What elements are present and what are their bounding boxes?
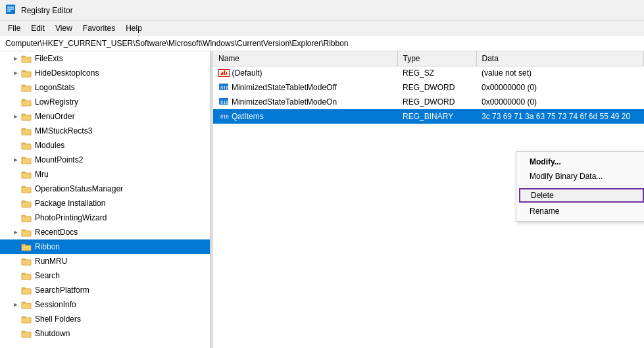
menu-favorites[interactable]: Favorites [78,22,120,34]
values-panel: Name Type Data ab (Default) REG_SZ (valu… [213,51,644,348]
context-menu-rename[interactable]: Rename [516,204,644,218]
tree-item-ribbon[interactable]: ► Ribbon [0,239,210,254]
context-menu-modify-binary[interactable]: Modify Binary Data... [516,169,644,184]
tree-label-mru: Mru [35,170,49,179]
tree-item-logonstats[interactable]: ► LogonStats [0,80,210,95]
tree-item-photoprintingwizard[interactable]: ► PhotoPrintingWizard [0,211,210,225]
tree-arrow-sessioninfo: ► [11,301,21,308]
tree-item-modules[interactable]: ► Modules [0,138,210,153]
tree-item-searchplatform[interactable]: ► SearchPlatform [0,283,210,297]
tree-label-fileexts: FileExts [35,54,63,63]
tree-item-fileexts[interactable]: ► FileExts [0,51,210,66]
tree-label-ribbon: Ribbon [35,242,60,251]
tree-item-shellfolders[interactable]: ► Shell Folders [0,312,210,326]
tree-label-photoprintingwizard: PhotoPrintingWizard [35,213,107,222]
table-row[interactable]: ab (Default) REG_SZ (value not set) [213,66,644,80]
tree-item-hidedesktopicons[interactable]: ► HideDesktopIcons [0,66,210,80]
tree-label-runmru: RunMRU [35,257,67,266]
tree-arrow-hidedesktopicons: ► [11,70,21,76]
folder-icon-lowregistry [21,97,33,107]
value-name-label: MinimizedStateTabletModeOff [232,83,337,92]
folder-icon-menuorder [21,112,33,121]
folder-icon-hidedesktopicons [21,68,33,78]
folder-icon-photoprintingwizard [21,213,33,222]
folder-icon-shutdown [21,329,33,338]
value-data-cell: 0x00000000 (0) [476,80,644,95]
ab-icon: ab [218,69,230,77]
modify-label: Modify... [530,157,561,166]
tree-item-recentdocs[interactable]: ► RecentDocs [0,225,210,239]
values-table: Name Type Data ab (Default) REG_SZ (valu… [213,51,644,124]
table-row[interactable]: 010 MinimizedStateTabletModeOn REG_DWORD… [213,95,644,109]
tree-item-lowregistry[interactable]: ► LowRegistry [0,95,210,109]
tree-panel[interactable]: ► FileExts ► HideDesktopIcons ► LogonSta… [0,51,211,348]
tree-label-packageinstallation: Package Installation [35,199,105,208]
value-name-label: (Default) [232,68,262,78]
tree-item-sessioninfo[interactable]: ► SessionInfo [0,297,210,312]
menu-help[interactable]: Help [120,22,147,34]
folder-icon-modules [21,141,33,150]
address-path: Computer\HKEY_CURRENT_USER\Software\Micr… [5,39,349,48]
tree-arrow-menuorder: ► [11,113,21,120]
folder-icon-sessioninfo [21,300,33,309]
folder-icon-fileexts [21,54,33,63]
table-row[interactable]: 010 MinimizedStateTabletModeOff REG_DWOR… [213,80,644,95]
tree-label-menuorder: MenuOrder [35,112,75,121]
svg-text:010: 010 [220,100,229,105]
folder-icon-search [21,271,33,280]
svg-text:010: 010 [220,114,229,120]
menu-bar: File Edit View Favorites Help [0,21,644,36]
tree-arrow-fileexts: ► [11,55,21,62]
tree-label-lowregistry: LowRegistry [35,97,78,107]
table-row-qatitems[interactable]: 010 QatItems REG_BINARY 3c 73 69 71 3a 6… [213,109,644,124]
tree-item-runmru[interactable]: ► RunMRU [0,254,210,268]
menu-file[interactable]: File [3,22,26,34]
tree-label-modules: Modules [35,141,64,150]
context-menu: Modify... Modify Binary Data... Delete R… [516,151,644,222]
tree-label-mountpoints2: MountPoints2 [35,155,83,164]
value-type-cell: REG_SZ [397,66,476,80]
tree-label-sessioninfo: SessionInfo [35,300,76,309]
tree-item-mru[interactable]: ► Mru [0,167,210,182]
tree-item-menuorder[interactable]: ► MenuOrder [0,109,210,124]
value-name-cell: 010 MinimizedStateTabletModeOn [213,95,397,109]
tree-arrow-mountpoints2: ► [11,157,21,163]
tree-item-mmstuckrects3[interactable]: ► MMStuckRects3 [0,124,210,138]
menu-edit[interactable]: Edit [26,22,50,34]
folder-icon-ribbon [21,242,33,251]
title-bar: Registry Editor [0,0,644,21]
menu-view[interactable]: View [50,22,78,34]
value-data-cell: 0x00000000 (0) [476,95,644,109]
value-name-cell: 010 QatItems [213,109,397,124]
tree-item-search[interactable]: ► Search [0,268,210,283]
folder-icon-logonstats [21,83,33,92]
tree-item-mountpoints2[interactable]: ► MountPoints2 [0,153,210,167]
svg-rect-2 [7,9,14,10]
folder-icon-mountpoints2 [21,155,33,164]
rename-label: Rename [530,207,559,216]
tree-item-operationstatusmanager[interactable]: ► OperationStatusManager [0,182,210,196]
folder-icon-operationstatusmanager [21,184,33,193]
folder-icon-packageinstallation [21,199,33,208]
value-name-label: QatItems [232,112,264,121]
tree-label-shellfolders: Shell Folders [35,314,81,324]
tree-item-shutdown[interactable]: ► Shutdown [0,326,210,341]
main-content: ► FileExts ► HideDesktopIcons ► LogonSta… [0,51,644,348]
folder-icon-runmru [21,257,33,266]
dword-icon: 010 [218,82,229,93]
dword-icon: 010 [218,97,229,108]
context-menu-modify[interactable]: Modify... [516,155,644,169]
tree-label-logonstats: LogonStats [35,83,75,92]
svg-rect-1 [7,7,14,8]
folder-icon-searchplatform [21,286,33,295]
tree-arrow-recentdocs: ► [11,229,21,236]
tree-label-shutdown: Shutdown [35,329,70,338]
tree-label-recentdocs: RecentDocs [35,228,78,237]
folder-icon-shellfolders [21,314,33,324]
col-header-type: Type [397,51,476,66]
folder-icon-mru [21,170,33,179]
value-type-cell: REG_DWORD [397,80,476,95]
title-bar-text: Registry Editor [21,6,73,15]
tree-item-packageinstallation[interactable]: ► Package Installation [0,196,210,211]
context-menu-delete[interactable]: Delete [519,188,644,203]
